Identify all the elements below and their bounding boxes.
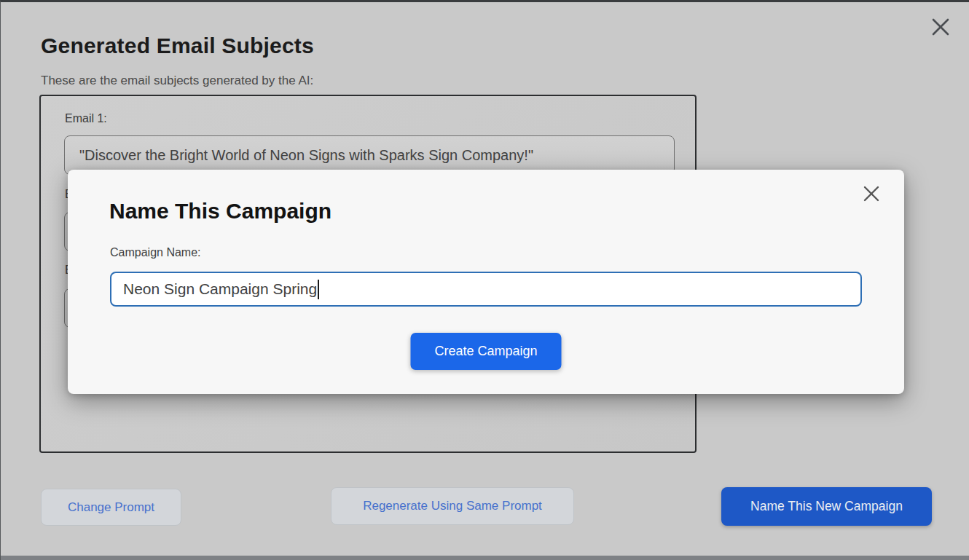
email-1-subject-input[interactable]: [64, 135, 675, 175]
app-window: Generated Email Subjects These are the e…: [0, 0, 969, 560]
window-bottom-edge: [1, 556, 969, 560]
name-campaign-modal: Name This Campaign Campaign Name: Neon S…: [68, 170, 904, 394]
regenerate-same-prompt-button[interactable]: Regenerate Using Same Prompt: [331, 487, 574, 525]
close-icon: [863, 186, 879, 202]
page-close-button[interactable]: [929, 15, 952, 39]
campaign-name-input[interactable]: Neon Sign Campaign Spring: [110, 272, 862, 307]
campaign-name-value: Neon Sign Campaign Spring: [123, 280, 317, 298]
modal-title: Name This Campaign: [109, 199, 332, 224]
modal-close-button[interactable]: [860, 183, 882, 205]
name-new-campaign-button[interactable]: Name This New Campaign: [721, 487, 932, 526]
email-1-label: Email 1:: [65, 112, 107, 125]
create-campaign-button[interactable]: Create Campaign: [411, 333, 562, 370]
change-prompt-button[interactable]: Change Prompt: [41, 489, 181, 526]
text-caret: [318, 280, 319, 299]
close-icon: [931, 17, 950, 36]
campaign-name-label: Campaign Name:: [110, 246, 201, 259]
page-title: Generated Email Subjects: [41, 33, 314, 58]
page-subtitle: These are the email subjects generated b…: [41, 74, 313, 88]
